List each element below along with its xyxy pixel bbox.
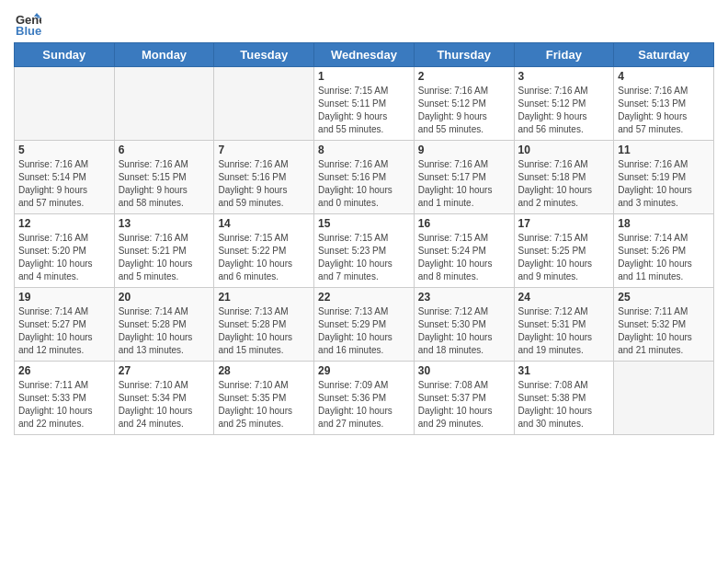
day-number: 18 <box>618 217 710 230</box>
day-info: Sunrise: 7:12 AM Sunset: 5:31 PM Dayligh… <box>518 305 610 357</box>
day-number: 2 <box>418 70 510 83</box>
day-info: Sunrise: 7:13 AM Sunset: 5:29 PM Dayligh… <box>318 305 410 357</box>
day-number: 5 <box>18 144 110 156</box>
day-info: Sunrise: 7:15 AM Sunset: 5:25 PM Dayligh… <box>518 232 610 283</box>
day-info: Sunrise: 7:13 AM Sunset: 5:28 PM Dayligh… <box>218 305 310 357</box>
svg-text:Blue: Blue <box>16 24 41 37</box>
day-number: 1 <box>318 70 410 83</box>
calendar-cell: 18Sunrise: 7:14 AM Sunset: 5:26 PM Dayli… <box>614 214 714 288</box>
day-number: 12 <box>18 217 110 230</box>
calendar-cell <box>15 67 115 141</box>
week-row-4: 19Sunrise: 7:14 AM Sunset: 5:27 PM Dayli… <box>15 288 714 362</box>
day-info: Sunrise: 7:15 AM Sunset: 5:11 PM Dayligh… <box>318 85 410 136</box>
day-info: Sunrise: 7:16 AM Sunset: 5:17 PM Dayligh… <box>418 158 510 210</box>
calendar-cell: 5Sunrise: 7:16 AM Sunset: 5:14 PM Daylig… <box>15 141 115 214</box>
day-info: Sunrise: 7:16 AM Sunset: 5:12 PM Dayligh… <box>418 85 510 136</box>
day-number: 27 <box>119 364 210 377</box>
calendar-cell: 23Sunrise: 7:12 AM Sunset: 5:30 PM Dayli… <box>414 288 514 362</box>
day-info: Sunrise: 7:16 AM Sunset: 5:14 PM Dayligh… <box>18 158 110 210</box>
day-number: 29 <box>318 364 410 377</box>
calendar-cell: 4Sunrise: 7:16 AM Sunset: 5:13 PM Daylig… <box>614 67 714 141</box>
week-row-1: 1Sunrise: 7:15 AM Sunset: 5:11 PM Daylig… <box>15 67 714 141</box>
calendar-cell: 1Sunrise: 7:15 AM Sunset: 5:11 PM Daylig… <box>314 67 415 141</box>
day-info: Sunrise: 7:15 AM Sunset: 5:22 PM Dayligh… <box>218 232 310 283</box>
calendar-cell: 9Sunrise: 7:16 AM Sunset: 5:17 PM Daylig… <box>414 141 514 214</box>
calendar-cell: 3Sunrise: 7:16 AM Sunset: 5:12 PM Daylig… <box>514 67 614 141</box>
week-row-2: 5Sunrise: 7:16 AM Sunset: 5:14 PM Daylig… <box>15 141 714 214</box>
calendar-cell: 26Sunrise: 7:11 AM Sunset: 5:33 PM Dayli… <box>15 362 115 435</box>
day-info: Sunrise: 7:08 AM Sunset: 5:37 PM Dayligh… <box>418 379 510 431</box>
calendar-cell <box>614 362 714 435</box>
calendar-cell: 25Sunrise: 7:11 AM Sunset: 5:32 PM Dayli… <box>614 288 714 362</box>
day-number: 22 <box>318 291 410 304</box>
day-number: 30 <box>418 364 510 377</box>
day-info: Sunrise: 7:16 AM Sunset: 5:18 PM Dayligh… <box>518 158 610 210</box>
weekday-thursday: Thursday <box>414 43 514 67</box>
calendar-cell: 24Sunrise: 7:12 AM Sunset: 5:31 PM Dayli… <box>514 288 614 362</box>
calendar-cell: 20Sunrise: 7:14 AM Sunset: 5:28 PM Dayli… <box>114 288 214 362</box>
day-number: 17 <box>518 217 610 230</box>
day-info: Sunrise: 7:16 AM Sunset: 5:20 PM Dayligh… <box>18 232 110 283</box>
day-number: 14 <box>218 217 310 230</box>
weekday-monday: Monday <box>114 43 214 67</box>
day-number: 4 <box>618 70 710 83</box>
day-info: Sunrise: 7:15 AM Sunset: 5:23 PM Dayligh… <box>318 232 410 283</box>
calendar-cell: 16Sunrise: 7:15 AM Sunset: 5:24 PM Dayli… <box>414 214 514 288</box>
calendar-cell: 10Sunrise: 7:16 AM Sunset: 5:18 PM Dayli… <box>514 141 614 214</box>
calendar-cell: 13Sunrise: 7:16 AM Sunset: 5:21 PM Dayli… <box>114 214 214 288</box>
day-number: 28 <box>218 364 310 377</box>
day-info: Sunrise: 7:16 AM Sunset: 5:13 PM Dayligh… <box>618 85 710 136</box>
day-info: Sunrise: 7:14 AM Sunset: 5:28 PM Dayligh… <box>119 305 210 357</box>
day-info: Sunrise: 7:09 AM Sunset: 5:36 PM Dayligh… <box>318 379 410 431</box>
calendar-cell: 15Sunrise: 7:15 AM Sunset: 5:23 PM Dayli… <box>314 214 415 288</box>
weekday-wednesday: Wednesday <box>314 43 415 67</box>
day-info: Sunrise: 7:11 AM Sunset: 5:33 PM Dayligh… <box>18 379 110 431</box>
day-number: 19 <box>18 291 110 304</box>
day-info: Sunrise: 7:15 AM Sunset: 5:24 PM Dayligh… <box>418 232 510 283</box>
day-info: Sunrise: 7:08 AM Sunset: 5:38 PM Dayligh… <box>518 379 610 431</box>
calendar-cell: 14Sunrise: 7:15 AM Sunset: 5:22 PM Dayli… <box>214 214 314 288</box>
calendar-cell: 29Sunrise: 7:09 AM Sunset: 5:36 PM Dayli… <box>314 362 415 435</box>
calendar-cell: 7Sunrise: 7:16 AM Sunset: 5:16 PM Daylig… <box>214 141 314 214</box>
day-number: 21 <box>218 291 310 304</box>
calendar-cell: 27Sunrise: 7:10 AM Sunset: 5:34 PM Dayli… <box>114 362 214 435</box>
logo: General Blue <box>14 9 45 37</box>
calendar-cell: 8Sunrise: 7:16 AM Sunset: 5:16 PM Daylig… <box>314 141 415 214</box>
day-number: 7 <box>218 144 310 156</box>
day-info: Sunrise: 7:10 AM Sunset: 5:34 PM Dayligh… <box>119 379 210 431</box>
day-info: Sunrise: 7:16 AM Sunset: 5:15 PM Dayligh… <box>119 158 210 210</box>
day-info: Sunrise: 7:10 AM Sunset: 5:35 PM Dayligh… <box>218 379 310 431</box>
day-number: 31 <box>518 364 610 377</box>
day-number: 23 <box>418 291 510 304</box>
calendar-cell: 22Sunrise: 7:13 AM Sunset: 5:29 PM Dayli… <box>314 288 415 362</box>
weekday-tuesday: Tuesday <box>214 43 314 67</box>
day-number: 25 <box>618 291 710 304</box>
day-info: Sunrise: 7:14 AM Sunset: 5:26 PM Dayligh… <box>618 232 710 283</box>
week-row-3: 12Sunrise: 7:16 AM Sunset: 5:20 PM Dayli… <box>15 214 714 288</box>
calendar-cell: 12Sunrise: 7:16 AM Sunset: 5:20 PM Dayli… <box>15 214 115 288</box>
day-info: Sunrise: 7:14 AM Sunset: 5:27 PM Dayligh… <box>18 305 110 357</box>
calendar-cell: 28Sunrise: 7:10 AM Sunset: 5:35 PM Dayli… <box>214 362 314 435</box>
calendar-cell: 11Sunrise: 7:16 AM Sunset: 5:19 PM Dayli… <box>614 141 714 214</box>
calendar-cell: 21Sunrise: 7:13 AM Sunset: 5:28 PM Dayli… <box>214 288 314 362</box>
day-number: 8 <box>318 144 410 156</box>
calendar-body: 1Sunrise: 7:15 AM Sunset: 5:11 PM Daylig… <box>15 67 714 435</box>
day-number: 24 <box>518 291 610 304</box>
weekday-sunday: Sunday <box>15 43 115 67</box>
calendar-cell: 2Sunrise: 7:16 AM Sunset: 5:12 PM Daylig… <box>414 67 514 141</box>
calendar-header: SundayMondayTuesdayWednesdayThursdayFrid… <box>15 43 714 67</box>
calendar-cell <box>214 67 314 141</box>
day-info: Sunrise: 7:12 AM Sunset: 5:30 PM Dayligh… <box>418 305 510 357</box>
page-header: General Blue <box>14 9 714 37</box>
day-info: Sunrise: 7:16 AM Sunset: 5:16 PM Dayligh… <box>318 158 410 210</box>
day-number: 20 <box>119 291 210 304</box>
week-row-5: 26Sunrise: 7:11 AM Sunset: 5:33 PM Dayli… <box>15 362 714 435</box>
weekday-header-row: SundayMondayTuesdayWednesdayThursdayFrid… <box>15 43 714 67</box>
day-number: 11 <box>618 144 710 156</box>
calendar-cell <box>114 67 214 141</box>
page-container: General Blue SundayMondayTuesdayWednesda… <box>0 0 728 444</box>
weekday-saturday: Saturday <box>614 43 714 67</box>
day-info: Sunrise: 7:16 AM Sunset: 5:16 PM Dayligh… <box>218 158 310 210</box>
day-number: 10 <box>518 144 610 156</box>
day-number: 15 <box>318 217 410 230</box>
